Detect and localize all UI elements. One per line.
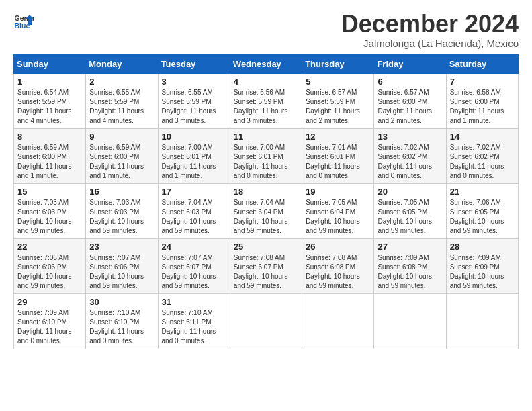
calendar-cell [302, 293, 374, 349]
calendar-cell: 30 Sunrise: 7:10 AMSunset: 6:10 PMDaylig… [86, 293, 158, 349]
day-number: 19 [306, 187, 370, 197]
day-number: 14 [450, 132, 515, 142]
day-number: 24 [162, 242, 226, 252]
calendar-cell: 12 Sunrise: 7:01 AMSunset: 6:01 PMDaylig… [302, 128, 374, 183]
day-number: 22 [17, 242, 82, 252]
calendar-cell: 22 Sunrise: 7:06 AMSunset: 6:06 PMDaylig… [14, 238, 86, 293]
calendar-cell: 23 Sunrise: 7:07 AMSunset: 6:06 PMDaylig… [86, 238, 158, 293]
calendar-cell: 19 Sunrise: 7:05 AMSunset: 6:04 PMDaylig… [302, 183, 374, 238]
day-info: Sunrise: 6:55 AMSunset: 5:59 PMDaylight:… [89, 89, 144, 124]
day-number: 13 [378, 132, 442, 142]
calendar-week-3: 15 Sunrise: 7:03 AMSunset: 6:03 PMDaylig… [14, 183, 519, 238]
logo-icon: General Blue [13, 11, 34, 31]
day-number: 8 [17, 132, 82, 142]
day-info: Sunrise: 7:00 AMSunset: 6:01 PMDaylight:… [234, 144, 288, 179]
day-number: 18 [234, 187, 298, 197]
calendar-cell: 8 Sunrise: 6:59 AMSunset: 6:00 PMDayligh… [14, 128, 86, 183]
page-container: General Blue December 2024 Jalmolonga (L… [0, 0, 532, 356]
day-header-sunday: Sunday [14, 54, 86, 73]
calendar-week-1: 1 Sunrise: 6:54 AMSunset: 5:59 PMDayligh… [14, 73, 519, 128]
day-header-tuesday: Tuesday [158, 54, 230, 73]
calendar-cell: 25 Sunrise: 7:08 AMSunset: 6:07 PMDaylig… [230, 238, 302, 293]
calendar-cell [230, 293, 302, 349]
day-info: Sunrise: 7:06 AMSunset: 6:05 PMDaylight:… [450, 199, 504, 234]
day-info: Sunrise: 7:09 AMSunset: 6:08 PMDaylight:… [378, 254, 432, 289]
calendar-cell [446, 293, 518, 349]
day-header-thursday: Thursday [302, 54, 374, 73]
location-subtitle: Jalmolonga (La Hacienda), Mexico [341, 38, 519, 49]
calendar-cell: 6 Sunrise: 6:57 AMSunset: 6:00 PMDayligh… [374, 73, 446, 128]
day-number: 1 [17, 77, 82, 87]
day-number: 25 [234, 242, 298, 252]
calendar-cell: 3 Sunrise: 6:55 AMSunset: 5:59 PMDayligh… [158, 73, 230, 128]
calendar-cell: 15 Sunrise: 7:03 AMSunset: 6:03 PMDaylig… [14, 183, 86, 238]
day-info: Sunrise: 6:59 AMSunset: 6:00 PMDaylight:… [17, 144, 72, 179]
calendar-cell: 21 Sunrise: 7:06 AMSunset: 6:05 PMDaylig… [446, 183, 518, 238]
day-info: Sunrise: 7:04 AMSunset: 6:03 PMDaylight:… [162, 199, 216, 234]
day-number: 11 [234, 132, 298, 142]
day-info: Sunrise: 7:02 AMSunset: 6:02 PMDaylight:… [378, 144, 432, 179]
day-number: 23 [89, 242, 154, 252]
day-header-saturday: Saturday [446, 54, 518, 73]
day-number: 29 [17, 297, 82, 307]
calendar-week-2: 8 Sunrise: 6:59 AMSunset: 6:00 PMDayligh… [14, 128, 519, 183]
day-info: Sunrise: 7:07 AMSunset: 6:06 PMDaylight:… [89, 254, 144, 289]
day-info: Sunrise: 7:06 AMSunset: 6:06 PMDaylight:… [17, 254, 72, 289]
day-number: 10 [162, 132, 226, 142]
day-info: Sunrise: 7:10 AMSunset: 6:10 PMDaylight:… [89, 309, 144, 345]
day-number: 15 [17, 187, 82, 197]
day-info: Sunrise: 6:57 AMSunset: 5:59 PMDaylight:… [306, 89, 360, 124]
day-number: 17 [162, 187, 226, 197]
day-header-wednesday: Wednesday [230, 54, 302, 73]
calendar-cell: 1 Sunrise: 6:54 AMSunset: 5:59 PMDayligh… [14, 73, 86, 128]
calendar-cell: 26 Sunrise: 7:08 AMSunset: 6:08 PMDaylig… [302, 238, 374, 293]
day-number: 2 [89, 77, 154, 87]
day-number: 3 [162, 77, 226, 87]
day-info: Sunrise: 6:56 AMSunset: 5:59 PMDaylight:… [234, 89, 288, 124]
day-info: Sunrise: 7:08 AMSunset: 6:08 PMDaylight:… [306, 254, 360, 289]
title-section: December 2024 Jalmolonga (La Hacienda), … [341, 11, 519, 49]
day-info: Sunrise: 6:59 AMSunset: 6:00 PMDaylight:… [89, 144, 144, 179]
day-number: 30 [89, 297, 154, 307]
day-number: 26 [306, 242, 370, 252]
day-number: 16 [89, 187, 154, 197]
day-number: 21 [450, 187, 515, 197]
day-number: 28 [450, 242, 515, 252]
day-info: Sunrise: 7:03 AMSunset: 6:03 PMDaylight:… [17, 199, 72, 234]
calendar-cell: 10 Sunrise: 7:00 AMSunset: 6:01 PMDaylig… [158, 128, 230, 183]
calendar-cell: 2 Sunrise: 6:55 AMSunset: 5:59 PMDayligh… [86, 73, 158, 128]
header-section: General Blue December 2024 Jalmolonga (L… [13, 11, 519, 49]
day-number: 6 [378, 77, 442, 87]
logo: General Blue [13, 11, 34, 31]
calendar-cell: 4 Sunrise: 6:56 AMSunset: 5:59 PMDayligh… [230, 73, 302, 128]
day-number: 5 [306, 77, 370, 87]
day-info: Sunrise: 7:03 AMSunset: 6:03 PMDaylight:… [89, 199, 144, 234]
day-info: Sunrise: 7:01 AMSunset: 6:01 PMDaylight:… [306, 144, 360, 179]
day-number: 7 [450, 77, 515, 87]
day-info: Sunrise: 7:05 AMSunset: 6:05 PMDaylight:… [378, 199, 432, 234]
month-title: December 2024 [341, 11, 519, 38]
day-info: Sunrise: 7:04 AMSunset: 6:04 PMDaylight:… [234, 199, 288, 234]
calendar-table: SundayMondayTuesdayWednesdayThursdayFrid… [13, 54, 519, 349]
calendar-cell: 9 Sunrise: 6:59 AMSunset: 6:00 PMDayligh… [86, 128, 158, 183]
calendar-cell: 24 Sunrise: 7:07 AMSunset: 6:07 PMDaylig… [158, 238, 230, 293]
day-info: Sunrise: 7:02 AMSunset: 6:02 PMDaylight:… [450, 144, 504, 179]
calendar-cell: 7 Sunrise: 6:58 AMSunset: 6:00 PMDayligh… [446, 73, 518, 128]
day-info: Sunrise: 6:54 AMSunset: 5:59 PMDaylight:… [17, 89, 72, 124]
day-info: Sunrise: 7:08 AMSunset: 6:07 PMDaylight:… [234, 254, 288, 289]
calendar-cell: 16 Sunrise: 7:03 AMSunset: 6:03 PMDaylig… [86, 183, 158, 238]
calendar-cell: 20 Sunrise: 7:05 AMSunset: 6:05 PMDaylig… [374, 183, 446, 238]
day-number: 27 [378, 242, 442, 252]
day-number: 12 [306, 132, 370, 142]
calendar-cell: 13 Sunrise: 7:02 AMSunset: 6:02 PMDaylig… [374, 128, 446, 183]
day-header-monday: Monday [86, 54, 158, 73]
calendar-header-row: SundayMondayTuesdayWednesdayThursdayFrid… [14, 54, 519, 73]
day-info: Sunrise: 7:09 AMSunset: 6:10 PMDaylight:… [17, 309, 72, 345]
day-number: 31 [162, 297, 226, 307]
day-info: Sunrise: 6:57 AMSunset: 6:00 PMDaylight:… [378, 89, 432, 124]
calendar-cell: 18 Sunrise: 7:04 AMSunset: 6:04 PMDaylig… [230, 183, 302, 238]
day-header-friday: Friday [374, 54, 446, 73]
calendar-cell: 11 Sunrise: 7:00 AMSunset: 6:01 PMDaylig… [230, 128, 302, 183]
calendar-cell [374, 293, 446, 349]
day-info: Sunrise: 7:00 AMSunset: 6:01 PMDaylight:… [162, 144, 216, 179]
